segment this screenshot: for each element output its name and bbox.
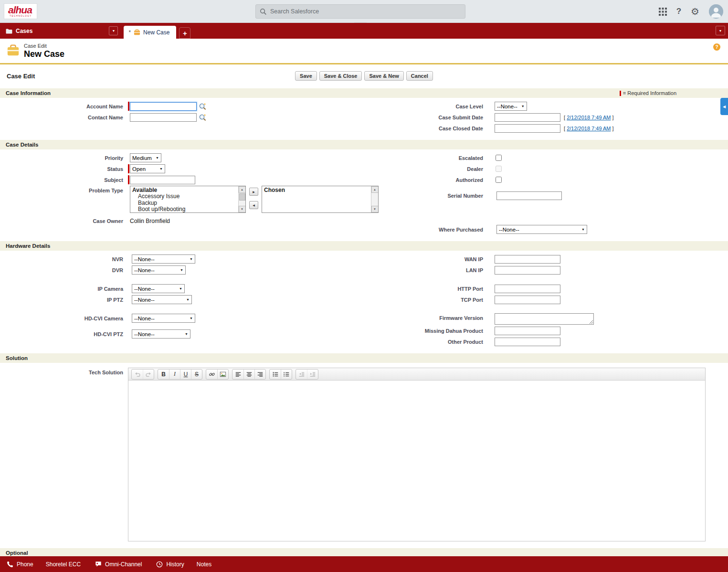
align-center-icon[interactable] (243, 370, 254, 379)
tcp-port-input[interactable] (495, 296, 560, 304)
app-window: alhua TECHNOLOGY ? ⚙ Cases (0, 0, 728, 572)
search-input[interactable] (270, 8, 461, 15)
tab-overflow-button[interactable]: ▼ (716, 26, 725, 35)
link-icon[interactable] (206, 370, 217, 379)
scroll-down-icon[interactable]: ▼ (371, 206, 379, 212)
subject-input[interactable] (130, 176, 195, 184)
scroll-down-icon[interactable]: ▼ (239, 206, 246, 212)
ip-ptz-select[interactable]: --None-- ▼ (132, 295, 192, 304)
add-tab-button[interactable]: + (179, 27, 190, 39)
footer-phone[interactable]: Phone (7, 561, 33, 568)
tech-solution-editor: B I U S (128, 368, 706, 541)
section-title: Hardware Details (6, 243, 50, 249)
move-right-button[interactable]: ▶ (249, 188, 258, 196)
form-row: Tech Solution B I U S (0, 368, 728, 541)
hdcvi-camera-select[interactable]: --None-- ▼ (132, 314, 195, 323)
escalated-checkbox[interactable] (496, 155, 502, 161)
sidebar-expand-button[interactable]: ◀ (720, 98, 728, 115)
redo-icon[interactable] (143, 370, 154, 379)
footer-notes[interactable]: Notes (197, 561, 211, 568)
numbered-list-icon[interactable] (281, 370, 292, 379)
contact-name-input[interactable] (130, 113, 197, 122)
move-left-button[interactable]: ◀ (249, 201, 258, 209)
scrollbar[interactable]: ▲ ▼ (238, 186, 245, 212)
list-item[interactable]: Backup (130, 200, 245, 207)
cancel-button[interactable]: Cancel (406, 71, 433, 81)
settings-gear-icon[interactable]: ⚙ (691, 6, 699, 17)
tab-new-case[interactable]: * New Case (124, 26, 176, 39)
save-and-new-button[interactable]: Save & New (364, 71, 403, 81)
other-product-input[interactable] (495, 338, 560, 346)
indent-icon[interactable] (307, 370, 318, 379)
breadcrumb: Case Edit (24, 43, 64, 49)
strikethrough-icon[interactable]: S (191, 370, 202, 379)
where-purchased-select[interactable]: --None-- ▼ (496, 225, 587, 234)
contact-name-lookup-icon[interactable] (199, 114, 207, 121)
app-launcher-icon[interactable] (659, 8, 667, 16)
http-port-input[interactable] (495, 285, 560, 293)
footer-omni-channel[interactable]: Omni-Channel (95, 561, 142, 568)
bracket: ] (612, 115, 614, 120)
scroll-up-icon[interactable]: ▲ (239, 186, 246, 193)
caret-down-icon: ▼ (159, 167, 163, 170)
case-submit-date-input[interactable] (495, 113, 560, 122)
align-left-icon[interactable] (232, 370, 243, 379)
priority-select[interactable]: Medium ▼ (130, 153, 161, 162)
case-closed-date-input[interactable] (495, 124, 560, 133)
bulleted-list-icon[interactable] (270, 370, 281, 379)
hdcvi-ptz-select[interactable]: --None-- ▼ (132, 329, 190, 339)
outdent-icon[interactable] (296, 370, 307, 379)
wan-ip-input[interactable] (495, 255, 560, 264)
lan-ip-input[interactable] (495, 266, 560, 275)
undo-icon[interactable] (132, 370, 143, 379)
case-closed-date-now-link[interactable]: 2/12/2018 7:49 AM (567, 126, 611, 131)
serial-number-input[interactable] (496, 191, 562, 200)
caret-down-icon: ▼ (179, 287, 182, 290)
ip-camera-select[interactable]: --None-- ▼ (132, 284, 185, 293)
form-row: LAN IP (364, 265, 728, 275)
case-level-select[interactable]: --None-- ▼ (495, 102, 527, 111)
footer-notes-label: Notes (197, 561, 211, 568)
dahua-logo[interactable]: alhua TECHNOLOGY (4, 3, 37, 20)
underline-icon[interactable]: U (180, 370, 191, 379)
scrollbar[interactable]: ▲ ▼ (371, 186, 378, 212)
status-label: Status (0, 166, 128, 172)
problem-type-chosen-list[interactable]: Chosen ▲ ▼ (262, 186, 379, 213)
account-name-lookup-icon[interactable] (199, 103, 207, 110)
italic-icon[interactable]: I (169, 370, 180, 379)
bold-icon[interactable]: B (158, 370, 169, 379)
scroll-up-icon[interactable]: ▲ (371, 186, 379, 193)
status-select[interactable]: Open ▼ (130, 164, 165, 173)
avatar[interactable] (709, 4, 723, 19)
case-submit-date-shortcut: [ 2/12/2018 7:49 AM ] (564, 115, 614, 120)
save-button[interactable]: Save (295, 71, 317, 81)
page-help-icon[interactable]: ? (713, 43, 720, 51)
solution-form: Tech Solution B I U S (0, 363, 728, 543)
footer-shoretel-ecc[interactable]: Shoretel ECC (46, 561, 81, 568)
insert-image-icon[interactable] (217, 370, 228, 379)
missing-dahua-product-input[interactable] (495, 327, 560, 335)
scroll-thumb[interactable] (239, 193, 245, 201)
nvr-select[interactable]: --None-- ▼ (132, 254, 195, 264)
form-row: Problem Type Available Accessory IssueBa… (0, 186, 364, 213)
tab-cases[interactable]: Cases (0, 23, 37, 39)
firmware-version-textarea[interactable] (495, 313, 594, 325)
list-item[interactable]: Boot up/Rebooting (130, 206, 245, 213)
case-submit-date-now-link[interactable]: 2/12/2018 7:49 AM (567, 115, 611, 120)
form-row: Case Level --None-- ▼ (364, 101, 728, 111)
authorized-checkbox[interactable] (496, 177, 502, 183)
align-right-icon[interactable] (254, 370, 265, 379)
account-name-input[interactable] (130, 102, 197, 111)
save-and-close-button[interactable]: Save & Close (319, 71, 362, 81)
form-row: NVR --None-- ▼ (0, 254, 364, 264)
tech-solution-textarea[interactable] (128, 381, 705, 541)
problem-type-available-list[interactable]: Available Accessory IssueBackupBoot up/R… (130, 186, 246, 213)
hdcvi-camera-value: --None-- (134, 316, 155, 321)
required-legend: = Required Information (620, 90, 676, 96)
list-item[interactable]: Accessory Issue (130, 193, 245, 200)
dvr-select[interactable]: --None-- ▼ (132, 265, 186, 275)
cases-tab-menu-button[interactable]: ▼ (109, 26, 118, 35)
help-icon[interactable]: ? (676, 7, 681, 16)
footer-history[interactable]: History (156, 561, 184, 568)
global-search[interactable] (255, 4, 465, 19)
